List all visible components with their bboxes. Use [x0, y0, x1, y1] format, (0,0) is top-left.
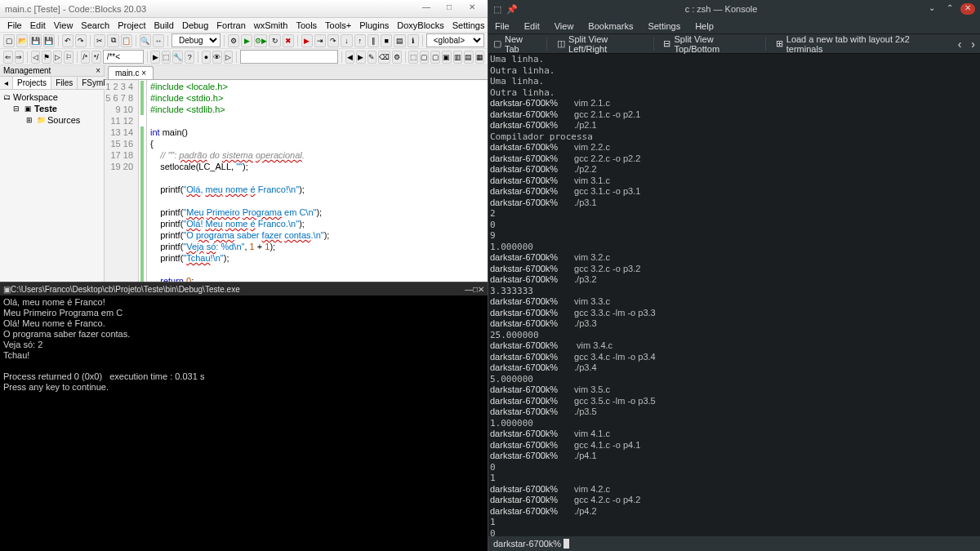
- close-icon[interactable]: ✕: [960, 3, 975, 15]
- tab-files[interactable]: Files: [51, 77, 78, 89]
- debug-windows-icon[interactable]: ▤: [394, 34, 405, 47]
- window1-icon[interactable]: ▢: [420, 51, 430, 64]
- info-icon[interactable]: ℹ: [408, 34, 419, 47]
- code-editor[interactable]: 1 2 3 4 5 6 7 8 9 10 11 12 13 14 15 16 1…: [105, 80, 488, 282]
- menu-wxsmith[interactable]: wxSmith: [250, 20, 292, 30]
- copy-icon[interactable]: ⧉: [107, 34, 118, 47]
- tree-folder[interactable]: ⊞📁Sources: [2, 114, 102, 126]
- minus-icon[interactable]: ⊟: [11, 104, 21, 113]
- menu-settings[interactable]: Settings: [448, 20, 489, 30]
- save-all-icon[interactable]: 💾: [43, 34, 55, 47]
- menu-settings[interactable]: Settings: [648, 21, 680, 31]
- cut-icon[interactable]: ✂: [94, 34, 105, 47]
- bookmark-clear-icon[interactable]: ⚐: [64, 51, 74, 64]
- doxy-input[interactable]: [103, 50, 144, 64]
- search-input[interactable]: [240, 50, 338, 64]
- maximize-icon[interactable]: ⌃: [942, 3, 957, 15]
- console-titlebar[interactable]: ▣ C:\Users\Franco\Desktop\cb\Projeto\Tes…: [0, 282, 488, 295]
- run-icon[interactable]: ▶: [241, 34, 252, 47]
- cb-titlebar[interactable]: main.c [Teste] - Code::Blocks 20.03 — □ …: [0, 0, 488, 18]
- nav-fwd-icon[interactable]: ⇒: [15, 51, 24, 64]
- highlight-icon[interactable]: ✎: [368, 51, 377, 64]
- nav-prev-icon[interactable]: ‹: [958, 38, 962, 51]
- menu-file[interactable]: File: [495, 21, 510, 31]
- menu-tools[interactable]: Tools: [292, 20, 321, 30]
- run-doxy-icon[interactable]: ▶: [150, 51, 160, 64]
- tree-project[interactable]: ⊟▣Teste: [2, 103, 102, 114]
- menu-search[interactable]: Search: [77, 20, 114, 30]
- window5-icon[interactable]: ▤: [464, 51, 474, 64]
- tab-close-icon[interactable]: ×: [141, 69, 146, 78]
- layout-button[interactable]: ⊞Load a new tab with layout 2x2 terminal…: [776, 34, 938, 54]
- undo-icon[interactable]: ↶: [62, 34, 74, 47]
- tab-projects[interactable]: Projects: [13, 77, 51, 89]
- replace-icon[interactable]: ↔: [153, 34, 164, 47]
- stop-debug-icon[interactable]: ■: [381, 34, 392, 47]
- menu-doxyblocks[interactable]: DoxyBlocks: [393, 20, 448, 30]
- window6-icon[interactable]: ▦: [475, 51, 485, 64]
- debug-icon[interactable]: ▶: [301, 34, 313, 47]
- uncomment-icon[interactable]: */: [91, 51, 101, 64]
- bookmark-prev-icon[interactable]: ◁: [31, 51, 41, 64]
- menu-project[interactable]: Project: [114, 20, 149, 30]
- menu-edit[interactable]: Edit: [26, 20, 50, 30]
- continue-icon[interactable]: ▷: [224, 51, 234, 64]
- bookmark-next-icon[interactable]: ▷: [53, 51, 63, 64]
- paste-icon[interactable]: 📋: [121, 34, 132, 47]
- split-tb-button[interactable]: ⊟Split View Top/Bottom: [663, 34, 755, 54]
- run-to-cursor-icon[interactable]: ⇥: [314, 34, 326, 47]
- redo-icon[interactable]: ↷: [75, 34, 87, 47]
- menu-bookmarks[interactable]: Bookmarks: [588, 21, 633, 31]
- minimize-icon[interactable]: —: [465, 285, 473, 294]
- window4-icon[interactable]: ▥: [453, 51, 463, 64]
- step-out-icon[interactable]: ↑: [354, 34, 366, 47]
- minimize-icon[interactable]: ⌄: [924, 3, 939, 15]
- open-icon[interactable]: 📂: [16, 34, 28, 47]
- window2-icon[interactable]: ▢: [430, 51, 440, 64]
- menu-plugins[interactable]: Plugins: [355, 20, 393, 30]
- new-tab-button[interactable]: ▢New Tab: [493, 34, 537, 54]
- console-output[interactable]: Olá, meu nome é Franco! Meu Primeiro Pro…: [0, 295, 488, 394]
- prev-icon[interactable]: ◀: [345, 51, 355, 64]
- abort-icon[interactable]: ✖: [283, 34, 294, 47]
- menu-help[interactable]: Help: [695, 21, 714, 31]
- wrench-icon[interactable]: 🔧: [172, 51, 183, 64]
- source-text[interactable]: #include <locale.h> #include <stdio.h> #…: [147, 80, 488, 282]
- menu-edit[interactable]: Edit: [524, 21, 540, 31]
- menu-build[interactable]: Build: [149, 20, 177, 30]
- panel-close-icon[interactable]: ×: [96, 66, 100, 75]
- tree-workspace[interactable]: 🗂Workspace: [2, 91, 102, 103]
- pin-icon[interactable]: 📌: [506, 4, 518, 15]
- maximize-icon[interactable]: □: [439, 2, 460, 16]
- save-icon[interactable]: 💾: [29, 34, 41, 47]
- build-target-select[interactable]: Debug: [172, 33, 220, 47]
- menu-view[interactable]: View: [555, 21, 574, 31]
- nav-next-icon[interactable]: ›: [971, 38, 975, 51]
- comment-icon[interactable]: /*: [81, 51, 91, 64]
- project-tree[interactable]: 🗂Workspace ⊟▣Teste ⊞📁Sources: [0, 90, 104, 127]
- window3-icon[interactable]: ▣: [442, 51, 452, 64]
- find-icon[interactable]: 🔍: [140, 34, 151, 47]
- options-icon[interactable]: ⚙: [392, 51, 402, 64]
- new-file-icon[interactable]: ▢: [3, 34, 15, 47]
- doxyblocks-icon[interactable]: ⬚: [162, 51, 172, 64]
- step-into-icon[interactable]: ↓: [341, 34, 352, 47]
- help-icon[interactable]: ?: [185, 51, 194, 64]
- plus-icon[interactable]: ⊞: [24, 115, 34, 125]
- pause-debug-icon[interactable]: ‖: [368, 34, 379, 47]
- select-icon[interactable]: ⬚: [408, 51, 418, 64]
- menu-file[interactable]: File: [3, 20, 26, 30]
- split-lr-button[interactable]: ◫Split View Left/Right: [557, 34, 643, 54]
- menu-debug[interactable]: Debug: [178, 20, 212, 30]
- tab-mainc[interactable]: main.c ×: [108, 66, 154, 79]
- step-over-icon[interactable]: ↷: [327, 34, 339, 47]
- tab-nav-left-icon[interactable]: ◂: [0, 77, 13, 89]
- clear-icon[interactable]: ⌫: [378, 51, 390, 64]
- scope-select[interactable]: <global>: [426, 33, 484, 47]
- next-icon[interactable]: ▶: [356, 51, 366, 64]
- bookmark-toggle-icon[interactable]: ⚑: [42, 51, 51, 64]
- menu-tools+[interactable]: Tools+: [321, 20, 355, 30]
- close-icon[interactable]: ✕: [478, 285, 484, 294]
- build-icon[interactable]: ⚙: [228, 34, 239, 47]
- build-run-icon[interactable]: ⚙▶: [254, 34, 267, 47]
